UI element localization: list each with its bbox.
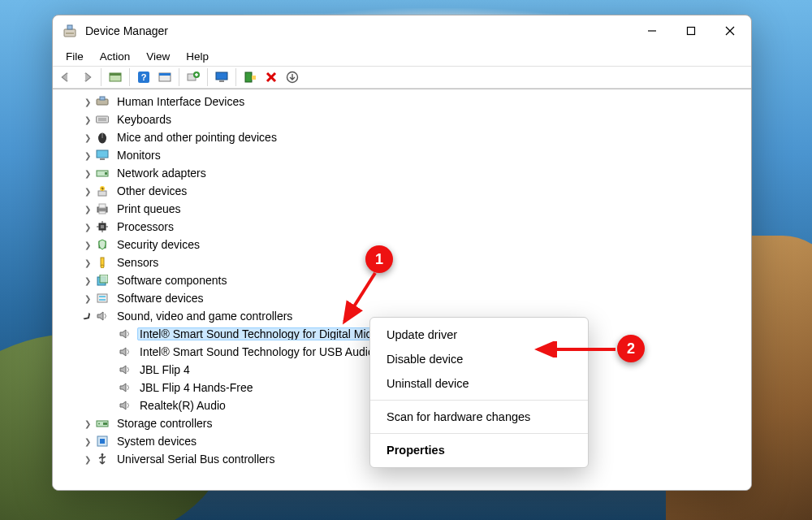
tree-label: System devices [114, 435, 199, 448]
svg-text:?: ? [141, 72, 147, 82]
svg-rect-15 [216, 72, 227, 80]
toolbar-forward-button[interactable] [77, 67, 97, 87]
tree-label: Keyboards [114, 113, 174, 126]
chevron-right-icon: ❯ [82, 240, 93, 249]
chevron-right-icon: ❯ [82, 115, 93, 124]
tree-category-monitors[interactable]: ❯Monitors [59, 146, 751, 164]
tree-label: Software devices [114, 292, 206, 305]
window-title: Device Manager [85, 24, 168, 37]
toolbar-back-button[interactable] [56, 67, 76, 87]
svg-rect-4 [688, 28, 695, 35]
tree-label: Sensors [114, 256, 161, 269]
svg-rect-33 [98, 191, 106, 196]
toolbar-help-button[interactable]: ? [134, 67, 153, 87]
svg-rect-38 [99, 211, 106, 214]
svg-point-54 [98, 423, 100, 425]
tree-label: Human Interface Devices [114, 95, 247, 108]
chevron-right-icon: ❯ [82, 437, 93, 446]
svg-rect-2 [66, 32, 74, 34]
minimize-button[interactable] [633, 17, 672, 45]
context-menu-uninstall-device[interactable]: Uninstall device [370, 371, 588, 396]
storage-controller-icon [95, 416, 110, 431]
menu-view[interactable]: View [140, 49, 176, 64]
tree-category-sensors[interactable]: ❯Sensors [59, 254, 751, 271]
menu-file[interactable]: File [59, 49, 90, 64]
chevron-right-icon: ❯ [82, 294, 93, 303]
titlebar[interactable]: Device Manager [53, 15, 751, 46]
context-menu-properties[interactable]: Properties [370, 438, 588, 462]
toolbar-uninstall-button[interactable] [261, 67, 281, 87]
keyboard-icon [95, 112, 110, 127]
toolbar-scan-button[interactable] [212, 67, 231, 87]
tree-label: Security devices [114, 238, 202, 251]
console-icon [109, 72, 122, 83]
monitor-icon [95, 148, 110, 162]
context-menu-scan[interactable]: Scan for hardware changes [370, 405, 588, 429]
svg-rect-8 [110, 73, 121, 76]
svg-rect-37 [99, 204, 106, 208]
annotation-marker-2: 2 [617, 335, 645, 362]
toolbar-add-legacy-button[interactable] [240, 67, 260, 87]
tree-category-print-queues[interactable]: ❯Print queues [59, 200, 751, 218]
toolbar-properties-button[interactable] [155, 67, 175, 87]
svg-point-58 [102, 453, 104, 456]
tree-category-keyboards[interactable]: ❯Keyboards [59, 110, 751, 128]
tree-category-network[interactable]: ❯Network adapters [59, 164, 751, 182]
speaker-icon [118, 327, 132, 341]
add-hardware-icon [244, 71, 257, 84]
chevron-right-icon: ❯ [82, 151, 93, 160]
chevron-right-icon: ❯ [82, 187, 93, 196]
context-menu-update-driver[interactable]: Update driver [370, 323, 588, 347]
chevron-right-icon: ❯ [82, 276, 93, 285]
tree-label: Software components [114, 274, 229, 287]
tree-label: Universal Serial Bus controllers [114, 453, 278, 466]
tree-label: Other devices [114, 184, 189, 197]
tree-category-software-components[interactable]: ❯Software components [59, 271, 751, 289]
tree-label: Processors [114, 220, 176, 233]
menu-help[interactable]: Help [179, 49, 215, 64]
sensor-icon [95, 255, 110, 270]
tree-label: Realtek(R) Audio [137, 399, 228, 412]
svg-rect-29 [97, 150, 108, 158]
context-menu-separator [370, 400, 588, 401]
svg-rect-40 [101, 225, 104, 228]
svg-rect-12 [159, 73, 171, 76]
toolbar-enable-disable-button[interactable] [283, 67, 302, 87]
svg-rect-55 [103, 422, 107, 425]
svg-rect-57 [100, 439, 105, 444]
toolbar-show-hidden-button[interactable] [106, 67, 125, 87]
tree-category-other[interactable]: ❯?Other devices [59, 182, 751, 200]
uninstall-x-icon [266, 72, 277, 83]
menu-action[interactable]: Action [93, 49, 137, 64]
context-menu-disable-device[interactable]: Disable device [370, 347, 588, 371]
tree-label: Sound, video and game controllers [114, 310, 295, 323]
arrow-right-icon [80, 72, 93, 83]
tree-category-mice[interactable]: ❯Mice and other pointing devices [59, 128, 751, 146]
tree-category-hid[interactable]: ❯Human Interface Devices [59, 93, 751, 110]
network-adapter-icon [95, 166, 110, 180]
app-icon [63, 24, 77, 38]
speaker-icon [118, 398, 132, 413]
tree-category-processors[interactable]: ❯Processors [59, 218, 751, 236]
context-menu-separator [370, 433, 588, 434]
svg-rect-23 [100, 97, 105, 100]
svg-rect-1 [67, 25, 72, 29]
toolbar-update-driver-button[interactable] [184, 67, 203, 87]
svg-rect-32 [105, 172, 107, 175]
help-icon: ? [137, 71, 150, 84]
cpu-icon [95, 219, 110, 234]
hid-icon [95, 94, 110, 109]
annotation-marker-1: 1 [365, 245, 393, 273]
tree-category-software-devices[interactable]: ❯Software devices [59, 289, 751, 307]
svg-rect-52 [99, 299, 106, 301]
svg-rect-30 [100, 158, 105, 160]
tree-label: Print queues [114, 202, 184, 215]
close-button[interactable] [710, 17, 749, 45]
svg-rect-16 [219, 80, 224, 82]
svg-point-47 [101, 265, 104, 268]
chevron-right-icon: ❯ [82, 223, 93, 232]
svg-rect-17 [245, 72, 252, 82]
tree-label: Storage controllers [114, 417, 215, 430]
tree-category-security[interactable]: ❯Security devices [59, 236, 751, 254]
maximize-button[interactable] [672, 17, 710, 45]
